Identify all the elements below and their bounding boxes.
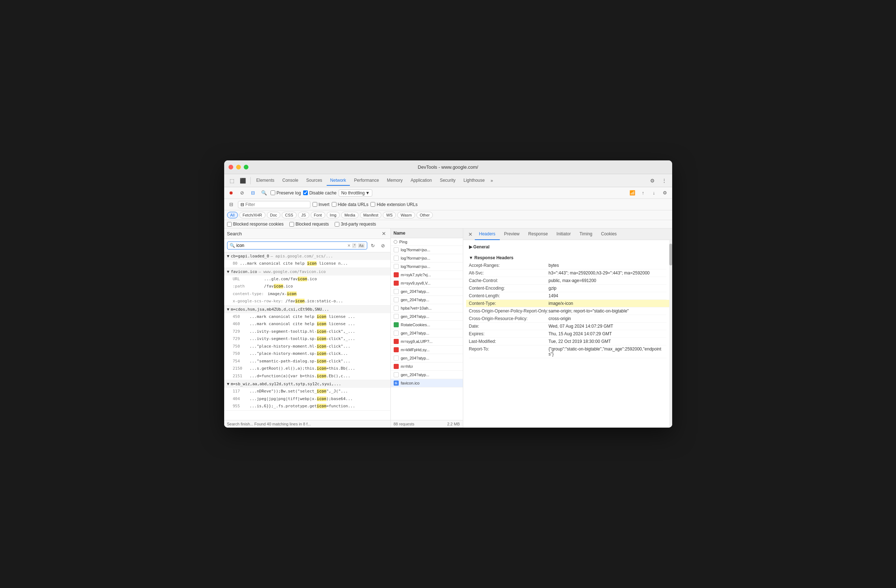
record-button[interactable]: ⏺ — [227, 189, 236, 197]
search-item-3-5[interactable]: 750 ..."place-history-moment.hl-icon-cli… — [224, 343, 390, 350]
search-item-3-2[interactable]: 460 ...mark canonical cite help icon lic… — [224, 320, 390, 328]
type-btn-manifest[interactable]: Manifest — [360, 212, 382, 218]
filter-toggle-icon[interactable]: ⊟ — [227, 200, 236, 209]
hide-ext-urls-checkbox[interactable]: Hide extension URLs — [370, 202, 418, 207]
headers-tab-timing[interactable]: Timing — [575, 228, 597, 240]
network-item-12[interactable]: m=syg9,aLUfP?... — [391, 337, 463, 346]
type-btn-all[interactable]: All — [227, 212, 238, 218]
search-item-2-3[interactable]: content-type: image/x-icon — [224, 290, 390, 298]
response-headers-section-title[interactable]: ▼ Response Headers — [469, 254, 666, 262]
search-close-button[interactable]: ✕ — [380, 230, 387, 237]
wifi-icon[interactable]: 📶 — [628, 189, 637, 197]
search-item-3-7[interactable]: 754 ..."semantic-path-dialog.sp-icon-cli… — [224, 358, 390, 365]
type-btn-media[interactable]: Media — [341, 212, 358, 218]
headers-tab-cookies[interactable]: Cookies — [597, 228, 621, 240]
blocked-requests-input[interactable] — [290, 222, 294, 227]
network-item-17[interactable]: Gfavicon.ico — [391, 379, 463, 387]
type-btn-img[interactable]: Img — [327, 212, 340, 218]
type-btn-font[interactable]: Font — [311, 212, 325, 218]
network-item-1[interactable]: log?format=jso... — [391, 246, 463, 254]
search-item-3-4[interactable]: 729 ...ivity-segment-tooltip.sp-icon-cli… — [224, 335, 390, 343]
search-item-2-2[interactable]: :path /favicon.ico — [224, 283, 390, 290]
general-section-title[interactable]: ▶ General — [469, 243, 666, 251]
network-item-7[interactable]: gen_204?atyp... — [391, 296, 463, 304]
type-btn-doc[interactable]: Doc — [267, 212, 281, 218]
device-icon[interactable]: ⬛ — [238, 175, 248, 186]
third-party-checkbox[interactable]: 3rd-party requests — [335, 222, 376, 227]
network-item-15[interactable]: m=hfcr — [391, 363, 463, 371]
blocked-cookies-input[interactable] — [227, 222, 232, 227]
import-icon[interactable]: ↑ — [639, 189, 648, 197]
search-item-3-6[interactable]: 750 ..."place-history-moment.sp-icon-cli… — [224, 350, 390, 358]
settings-icon[interactable]: ⚙ — [648, 175, 658, 186]
headers-tab-response[interactable]: Response — [524, 228, 552, 240]
tab-sources[interactable]: Sources — [303, 175, 326, 186]
search-item-4-2[interactable]: 404 ...jpeg|jpg|png|tiff|webp|x-icon);ba… — [224, 395, 390, 403]
tab-performance[interactable]: Performance — [350, 175, 383, 186]
search-item-2-4[interactable]: x-google-scs-row-key: /favicon.ico:stati… — [224, 298, 390, 305]
type-btn-fetch-xhr[interactable]: Fetch/XHR — [239, 212, 265, 218]
blocked-cookies-checkbox[interactable]: Blocked response cookies — [227, 222, 283, 227]
network-item-6[interactable]: gen_204?atyp... — [391, 288, 463, 296]
third-party-input[interactable] — [335, 222, 339, 227]
network-item-2[interactable]: log?format=jso... — [391, 254, 463, 262]
network-item-11[interactable]: gen_204?atyp... — [391, 329, 463, 337]
more-tabs-button[interactable]: » — [489, 176, 494, 185]
tab-network[interactable]: Network — [327, 175, 350, 186]
filter-input[interactable] — [245, 202, 308, 207]
tab-lighthouse[interactable]: Lighthouse — [460, 175, 489, 186]
network-item-4[interactable]: m=syk7,sylc?xj... — [391, 271, 463, 279]
minimize-button[interactable] — [236, 165, 241, 169]
type-btn-other[interactable]: Other — [416, 212, 433, 218]
type-btn-js[interactable]: JS — [298, 212, 309, 218]
tab-elements[interactable]: Elements — [253, 175, 278, 186]
tab-console[interactable]: Console — [279, 175, 302, 186]
search-item-4-3[interactable]: 955 ...is,6}};_.fs.prototype.geticon=fun… — [224, 403, 390, 410]
network-item-5[interactable]: m=syv9,syv8,V... — [391, 279, 463, 288]
inspect-icon[interactable]: ⬚ — [227, 175, 237, 186]
clear-button[interactable]: ⊘ — [238, 189, 247, 197]
network-item-9[interactable]: gen_204?atyp... — [391, 312, 463, 321]
tab-application[interactable]: Application — [407, 175, 436, 186]
export-icon[interactable]: ↓ — [650, 189, 658, 197]
search-item-2-1[interactable]: URL ...gle.com/favicon.ico — [224, 276, 390, 283]
search-item-3-9[interactable]: 2151 ...d=function(a){var b=this.icon.Eb… — [224, 373, 390, 380]
search-section-header-4[interactable]: ▼ m=sb_wiz,aa,abd,sy12d,sytt,sytp,sy12c,… — [224, 380, 390, 388]
search-button[interactable]: 🔍 — [260, 189, 268, 197]
search-case-icon[interactable]: Aa — [358, 243, 364, 248]
headers-tab-headers[interactable]: Headers — [475, 228, 500, 240]
network-item-8[interactable]: hpba?vet=10ah... — [391, 304, 463, 312]
search-section-header-3[interactable]: ▼ m=cdos,hsm,jsa,mb4ZUb,d,csi,cEt90b,SNU… — [224, 306, 390, 313]
network-list[interactable]: Pinglog?format=jso...log?format=jso...lo… — [391, 238, 463, 420]
search-regex-icon[interactable]: .* — [352, 243, 357, 248]
network-item-16[interactable]: gen_204?atyp... — [391, 371, 463, 379]
throttle-selector[interactable]: No throttling ▼ — [338, 189, 372, 197]
invert-checkbox[interactable]: Invert — [312, 202, 329, 207]
search-cancel-button[interactable]: ⊘ — [379, 241, 387, 250]
network-settings-icon[interactable]: ⚙ — [661, 189, 669, 197]
scrollbar-thumb[interactable] — [669, 244, 672, 265]
type-btn-ws[interactable]: WS — [383, 212, 396, 218]
panel-close-button[interactable]: ✕ — [466, 230, 475, 239]
more-options-icon[interactable]: ⋮ — [659, 175, 669, 186]
type-btn-wasm[interactable]: Wasm — [397, 212, 415, 218]
headers-tab-initiator[interactable]: Initiator — [552, 228, 575, 240]
scrollbar-track[interactable] — [669, 240, 672, 428]
hide-data-urls-input[interactable] — [332, 202, 337, 207]
search-section-header-2[interactable]: ▼ favicon.ico — www.google.com/favicon.i… — [224, 268, 390, 276]
tab-security[interactable]: Security — [436, 175, 459, 186]
preserve-log-checkbox[interactable]: Preserve log — [271, 190, 301, 195]
network-item-0[interactable]: Ping — [391, 238, 463, 246]
preserve-log-input[interactable] — [271, 190, 275, 195]
network-item-13[interactable]: m=kMFpHd,sy... — [391, 346, 463, 354]
search-clear-icon[interactable]: ✕ — [347, 243, 350, 248]
search-item-3-3[interactable]: 729 ...ivity-segment-tooltip.hl-icon-cli… — [224, 328, 390, 336]
search-section-header-1[interactable]: ▼ cb=gapi.loaded_0 — apis.google.com/_sc… — [224, 252, 390, 260]
search-refresh-button[interactable]: ↻ — [369, 241, 377, 250]
blocked-requests-checkbox[interactable]: Blocked requests — [290, 222, 329, 227]
network-item-10[interactable]: RotateCookies... — [391, 321, 463, 329]
network-item-14[interactable]: gen_204?atyp... — [391, 354, 463, 363]
search-item-3-8[interactable]: 2150 ...s.getRoot().el(),a);this.icon=th… — [224, 365, 390, 373]
disable-cache-checkbox[interactable]: Disable cache — [303, 190, 337, 195]
hide-data-urls-checkbox[interactable]: Hide data URLs — [332, 202, 369, 207]
